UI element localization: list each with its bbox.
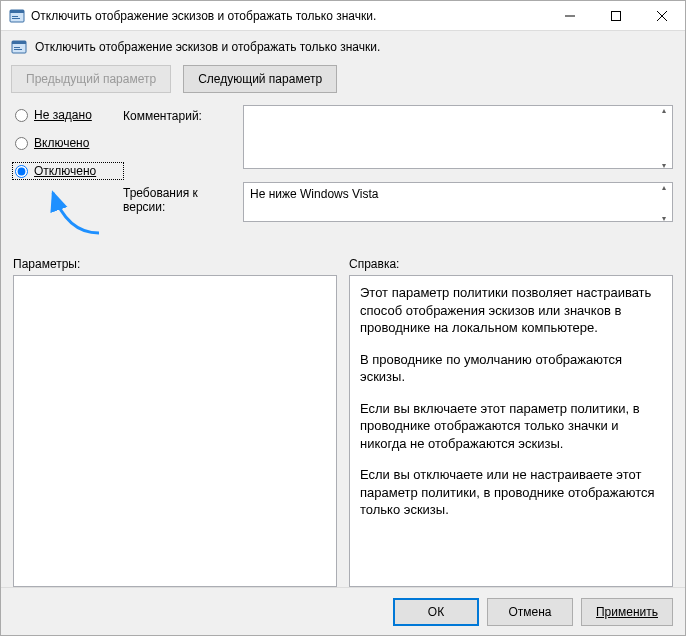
comment-field-wrap: ▴ ▾ [243, 105, 673, 172]
policy-name: Отключить отображение эскизов и отобража… [35, 40, 380, 54]
close-button[interactable] [639, 1, 685, 31]
radio-disabled[interactable]: Отключено [13, 163, 123, 179]
options-panel [13, 275, 337, 587]
nav-buttons: Предыдущий параметр Следующий параметр [1, 55, 685, 99]
help-panel: Этот параметр политики позволяет настраи… [349, 275, 673, 587]
annotation-arrow [47, 183, 103, 239]
radio-enabled[interactable]: Включено [13, 135, 123, 151]
svg-rect-2 [12, 16, 18, 17]
requirements-textarea: Не ниже Windows Vista [243, 182, 673, 222]
state-radio-group: Не задано Включено Отключено [13, 105, 123, 179]
radio-disabled-label: Отключено [34, 164, 96, 178]
dialog-footer: ОК Отмена Применить [1, 587, 685, 635]
radio-not-configured[interactable]: Не задано [13, 107, 123, 123]
minimize-button[interactable] [547, 1, 593, 31]
help-paragraph: Если вы отключаете или не настраиваете э… [360, 466, 662, 519]
requirements-label: Требования к версии: [123, 182, 243, 214]
requirements-field-wrap: Не ниже Windows Vista ▴ ▾ [243, 182, 673, 225]
radio-disabled-input[interactable] [15, 165, 28, 178]
svg-rect-3 [12, 18, 20, 19]
svg-rect-8 [14, 49, 22, 50]
policy-icon [11, 39, 27, 55]
titlebar: Отключить отображение эскизов и отобража… [1, 1, 685, 31]
radio-enabled-input[interactable] [15, 137, 28, 150]
apply-button[interactable]: Применить [581, 598, 673, 626]
svg-rect-7 [14, 47, 20, 48]
ok-button[interactable]: ОК [393, 598, 479, 626]
policy-editor-window: Отключить отображение эскизов и отобража… [0, 0, 686, 636]
help-paragraph: Этот параметр политики позволяет настраи… [360, 284, 662, 337]
help-paragraph: Если вы включаете этот параметр политики… [360, 400, 662, 453]
previous-setting-button[interactable]: Предыдущий параметр [11, 65, 171, 93]
maximize-button[interactable] [593, 1, 639, 31]
svg-rect-1 [10, 10, 24, 13]
radio-enabled-label: Включено [34, 136, 89, 150]
svg-rect-6 [12, 41, 26, 44]
apply-button-label: Применить [596, 605, 658, 619]
window-title: Отключить отображение эскизов и отобража… [25, 9, 547, 23]
comment-label: Комментарий: [123, 105, 243, 123]
cancel-button[interactable]: Отмена [487, 598, 573, 626]
options-column-label: Параметры: [13, 257, 337, 271]
header-row: Отключить отображение эскизов и отобража… [1, 31, 685, 55]
comment-textarea[interactable] [243, 105, 673, 169]
policy-icon [9, 8, 25, 24]
next-setting-button[interactable]: Следующий параметр [183, 65, 337, 93]
radio-not-configured-input[interactable] [15, 109, 28, 122]
column-headers: Параметры: Справка: [13, 257, 673, 271]
help-paragraph: В проводнике по умолчанию отображаются э… [360, 351, 662, 386]
help-column-label: Справка: [349, 257, 673, 271]
radio-not-configured-label: Не задано [34, 108, 92, 122]
lower-panels: Этот параметр политики позволяет настраи… [13, 275, 673, 587]
svg-rect-4 [612, 11, 621, 20]
content-area: Не задано Включено Отключено [1, 99, 685, 587]
top-grid: Не задано Включено Отключено [13, 105, 673, 235]
